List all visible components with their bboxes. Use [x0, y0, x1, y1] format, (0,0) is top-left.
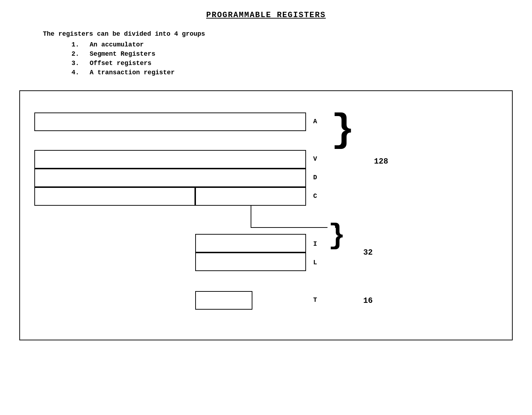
page-title: PROGRAMMABLE REGISTERS [14, 11, 518, 20]
brace-128: } [331, 111, 355, 150]
label-16: 16 [363, 296, 373, 305]
list-item-3: 3. Offset registers [72, 60, 518, 67]
diagram-container: A } 128 V D C P I L } 32 T 16 [19, 90, 513, 340]
register-l-box [195, 252, 306, 271]
label-v: V [313, 155, 317, 162]
connector-horizontal-line [251, 227, 327, 228]
list-item-4: 4. A transaction register [72, 69, 518, 76]
register-groups-list: 1. An accumulator 2. Segment Registers 3… [72, 41, 518, 76]
register-c-right-box [195, 187, 306, 206]
list-item-2: 2. Segment Registers [72, 50, 518, 58]
label-c: C [313, 192, 317, 200]
label-32: 32 [363, 248, 373, 257]
list-item-1: 1. An accumulator [72, 41, 518, 48]
label-t: T [313, 296, 317, 304]
label-l: L [313, 259, 317, 266]
register-v-box [34, 150, 306, 169]
register-i-box [195, 234, 306, 252]
label-i: I [313, 240, 317, 248]
label-d: D [313, 174, 317, 181]
register-t-box [195, 291, 252, 310]
register-d-box [34, 169, 306, 187]
intro-text: The registers can be divided into 4 grou… [43, 30, 518, 38]
label-128: 128 [374, 157, 388, 166]
register-c-left-box [34, 187, 195, 206]
label-a: A [313, 118, 317, 125]
connector-vertical-line [251, 206, 251, 227]
brace-32: } [328, 221, 345, 250]
register-a-box [34, 112, 306, 131]
